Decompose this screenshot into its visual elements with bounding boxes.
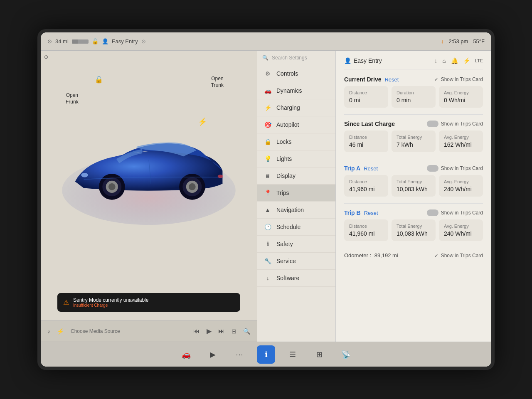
trip-a-avg-value: 240 Wh/mi: [444, 186, 478, 192]
display-icon: 🖥: [264, 172, 271, 179]
sidebar-item-charging[interactable]: ⚡ Charging: [257, 99, 335, 116]
sidebar-item-software[interactable]: ↓ Software: [257, 270, 335, 287]
current-drive-distance-cell: Distance 0 mi: [344, 86, 388, 108]
since-last-charge-show-label: Show in Trips Card: [441, 121, 483, 127]
prev-track-button[interactable]: ⏮: [193, 328, 200, 335]
trip-a-show-label: Show in Trips Card: [441, 165, 483, 171]
since-last-charge-toggle[interactable]: [427, 121, 438, 127]
trip-b-title[interactable]: Trip B: [344, 209, 361, 216]
next-track-button[interactable]: ⏭: [218, 328, 225, 335]
sidebar-item-display[interactable]: 🖥 Display: [257, 167, 335, 185]
controls-icon: ⚙: [264, 70, 271, 77]
sidebar-item-controls[interactable]: ⚙ Controls: [257, 65, 335, 82]
navigation-label: Navigation: [276, 207, 304, 213]
sidebar-item-lights[interactable]: 💡 Lights: [257, 150, 335, 167]
schedule-icon: 🕐: [264, 224, 271, 230]
trip-a-distance-cell: Distance 41,960 mi: [344, 175, 388, 197]
autopilot-label: Autopilot: [276, 121, 299, 128]
locks-icon: 🔒: [264, 138, 271, 145]
trip-b-toggle[interactable]: [427, 209, 438, 216]
tire-icon: ⊙: [47, 38, 52, 44]
current-drive-duration-label: Duration: [397, 90, 431, 95]
odometer-value: 89,192 mi: [374, 252, 398, 259]
trip-a-reset-button[interactable]: Reset: [364, 165, 378, 172]
since-last-charge-show-trips: Show in Trips Card: [427, 121, 483, 127]
tire-pressure-icon: ⊙: [44, 54, 48, 60]
taskbar-info-button[interactable]: ℹ: [257, 345, 275, 364]
taskbar-car-button[interactable]: 🚗: [177, 345, 195, 364]
trip-b-header: Trip B Reset Show in Trips Card: [344, 209, 483, 216]
sidebar-item-navigation[interactable]: ▲ Navigation: [257, 202, 335, 219]
trip-a-total-cell: Total Energy 10,083 kWh: [392, 175, 436, 197]
play-taskbar-icon: ▶: [210, 350, 216, 359]
trip-a-total-label: Total Energy: [397, 179, 431, 184]
taskbar-play-button[interactable]: ▶: [204, 345, 222, 364]
settings-nav-panel: 🔍 Search Settings ⚙ Controls 🚗 Dynamics …: [257, 51, 336, 342]
music-note-icon: ♪: [47, 328, 50, 335]
current-drive-reset-button[interactable]: Reset: [384, 76, 399, 83]
trip-a-avg-label: Avg. Energy: [444, 179, 478, 184]
trip-b-distance-cell: Distance 41,960 mi: [344, 219, 388, 241]
autopilot-icon: 🎯: [264, 121, 271, 128]
media-controls: ⏮ ▶ ⏭ ⊟ 🔍: [193, 327, 250, 335]
sidebar-item-locks[interactable]: 🔒 Locks: [257, 133, 335, 150]
current-drive-title: Current Drive: [344, 76, 381, 83]
sidebar-item-schedule[interactable]: 🕐 Schedule: [257, 219, 335, 236]
safety-icon: ℹ: [264, 241, 271, 247]
battery-indicator: [72, 39, 89, 44]
sidebar-item-dynamics[interactable]: 🚗 Dynamics: [257, 82, 335, 99]
battery-fill: [72, 39, 78, 44]
play-pause-button[interactable]: ▶: [207, 327, 212, 335]
bluetooth-icon: ⚡: [57, 328, 64, 335]
since-last-charge-avg-cell: Avg. Energy 162 Wh/mi: [439, 131, 483, 152]
trip-a-title[interactable]: Trip A: [344, 165, 360, 172]
trips-label: Trips: [276, 190, 289, 196]
trip-b-reset-button[interactable]: Reset: [364, 210, 378, 216]
time-display: 2:53 pm: [448, 38, 468, 44]
taskbar-dots-button[interactable]: ⋯: [230, 345, 249, 364]
search-input[interactable]: Search Settings: [272, 55, 330, 61]
bell-icon: 🔔: [451, 57, 458, 64]
since-last-charge-total-value: 7 kWh: [397, 141, 431, 148]
trip-b-avg-cell: Avg. Energy 240 Wh/mi: [439, 219, 483, 241]
profile-label: Easy Entry: [354, 57, 382, 64]
trip-b-total-cell: Total Energy 10,083 kWh: [392, 219, 436, 241]
since-last-charge-avg-label: Avg. Energy: [444, 135, 478, 140]
media-bar: ♪ ⚡ Choose Media Source ⏮ ▶ ⏭ ⊟ 🔍: [41, 320, 257, 342]
current-drive-section: Current Drive Reset ✓ Show in Trips Card…: [344, 76, 483, 108]
search-media-button[interactable]: 🔍: [243, 328, 250, 335]
dots-taskbar-icon: ⋯: [236, 350, 243, 359]
status-left: ⊙ 34 mi 🔓 👤 Easy Entry ⊙: [47, 38, 266, 44]
profile-icon: 👤: [344, 57, 351, 64]
sidebar-item-trips[interactable]: 📍 Trips: [257, 185, 335, 202]
download-icon: ↓: [441, 38, 444, 44]
since-last-charge-distance-value: 46 mi: [349, 141, 383, 148]
sidebar-item-service[interactable]: 🔧 Service: [257, 253, 335, 270]
current-drive-distance-label: Distance: [349, 90, 383, 95]
media-source-text[interactable]: Choose Media Source: [71, 328, 187, 334]
trip-b-avg-value: 240 Wh/mi: [444, 230, 478, 237]
taskbar-grid-button[interactable]: ⊞: [310, 345, 328, 364]
sidebar-item-autopilot[interactable]: 🎯 Autopilot: [257, 116, 335, 133]
lock-status-icon: 🔓: [92, 38, 99, 44]
since-last-charge-avg-value: 162 Wh/mi: [444, 141, 478, 148]
trip-b-total-value: 10,083 kWh: [397, 230, 431, 237]
since-last-charge-data: Distance 46 mi Total Energy 7 kWh Avg. E…: [344, 131, 483, 152]
taskbar-menu-button[interactable]: ☰: [283, 345, 302, 364]
sentry-notification: ⚠ Sentry Mode currently unavailable Insu…: [57, 293, 240, 312]
easy-entry-status: Easy Entry: [112, 38, 138, 44]
screen: ⊙ 34 mi 🔓 👤 Easy Entry ⊙ ↓ 2:53 pm 55°F: [41, 32, 491, 367]
taskbar-signal-button[interactable]: 📡: [337, 345, 355, 364]
trip-a-toggle[interactable]: [427, 165, 438, 172]
sidebar-item-safety[interactable]: ℹ Safety: [257, 236, 335, 253]
odometer-show-label: Show in Trips Card: [441, 253, 483, 259]
download-header-icon: ↓: [434, 57, 437, 64]
since-last-charge-energy-cell: Total Energy 7 kWh: [392, 131, 436, 152]
current-drive-header: Current Drive Reset ✓ Show in Trips Card: [344, 76, 483, 83]
temperature-display: 55°F: [473, 38, 485, 44]
lights-icon: 💡: [264, 155, 271, 162]
main-content: ⊙ Open Frunk OpenTrunk 🔓 ⚡: [41, 51, 491, 342]
equalizer-icon[interactable]: ⊟: [232, 328, 236, 335]
trip-b-distance-value: 41,960 mi: [349, 230, 383, 237]
right-panel-header: 👤 Easy Entry ↓ ⌂ 🔔 ⚡ LTE: [344, 57, 483, 69]
